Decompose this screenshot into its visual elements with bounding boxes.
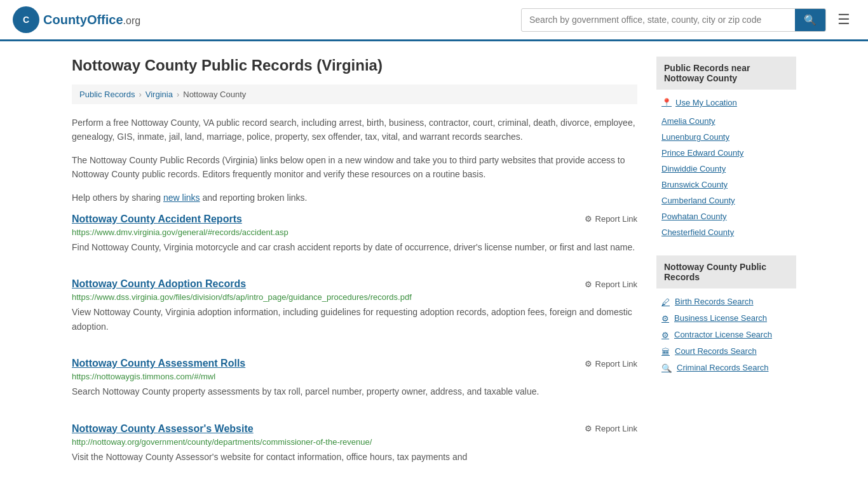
public-record-link[interactable]: 🔍Criminal Records Search (656, 360, 796, 376)
record-link-label: Contractor License Search (674, 330, 772, 339)
record-link-icon: ⚙ (661, 330, 669, 340)
public-record-link[interactable]: ⚙Contractor License Search (656, 327, 796, 343)
record-description: View Nottoway County, Virginia adoption … (72, 305, 637, 334)
public-records-section: Nottoway County Public Records 🖊Birth Re… (656, 255, 796, 376)
report-link-label: Report Link (595, 359, 637, 369)
description-1: Perform a free Nottoway County, VA publi… (72, 116, 637, 144)
report-link-label: Report Link (595, 214, 637, 224)
content-area: Nottoway County Public Records (Virginia… (72, 57, 637, 488)
main-container: Nottoway County Public Records (Virginia… (59, 41, 809, 488)
use-my-location-link[interactable]: 📍 Use My Location (656, 95, 796, 111)
record-description: Visit the Nottoway County Assessor's web… (72, 450, 637, 464)
nearby-title: Public Records near Nottoway County (656, 57, 796, 90)
public-record-link[interactable]: 🖊Birth Records Search (656, 294, 796, 310)
logo-suffix: .org (123, 15, 141, 26)
report-link[interactable]: ⚙ Report Link (585, 214, 637, 224)
nearby-county-link[interactable]: Powhatan County (656, 208, 796, 224)
report-link-icon: ⚙ (585, 359, 592, 369)
record-header: Nottoway County Assessment Rolls ⚙ Repor… (72, 358, 637, 369)
record-header: Nottoway County Assessor's Website ⚙ Rep… (72, 423, 637, 435)
report-link-icon: ⚙ (585, 280, 592, 289)
record-item: Nottoway County Adoption Records ⚙ Repor… (72, 278, 637, 340)
record-description: Search Nottoway County property assessme… (72, 384, 637, 398)
page-title: Nottoway County Public Records (Virginia… (72, 57, 637, 74)
record-header: Nottoway County Adoption Records ⚙ Repor… (72, 278, 637, 290)
report-link-label: Report Link (595, 424, 637, 433)
new-links-link[interactable]: new links (163, 193, 200, 203)
breadcrumb: Public Records › Virginia › Nottoway Cou… (72, 85, 637, 104)
record-url[interactable]: https://www.dss.virginia.gov/files/divis… (72, 292, 637, 302)
search-bar: 🔍 (521, 8, 826, 32)
records-container: Nottoway County Accident Reports ⚙ Repor… (72, 214, 637, 470)
site-header: C CountyOffice.org 🔍 ☰ (0, 0, 868, 41)
report-link[interactable]: ⚙ Report Link (585, 359, 637, 369)
record-link-icon: 🖊 (661, 297, 670, 307)
record-link-label: Business License Search (674, 313, 767, 323)
record-link-label: Criminal Records Search (677, 363, 769, 372)
report-link[interactable]: ⚙ Report Link (585, 280, 637, 289)
search-button[interactable]: 🔍 (795, 9, 825, 31)
record-title[interactable]: Nottoway County Accident Reports (72, 214, 242, 225)
record-title[interactable]: Nottoway County Adoption Records (72, 278, 246, 290)
nearby-county-link[interactable]: Cumberland County (656, 193, 796, 208)
report-link-icon: ⚙ (585, 214, 592, 224)
breadcrumb-sep-2: › (177, 90, 179, 99)
logo-area: C CountyOffice.org (13, 6, 140, 33)
nearby-county-link[interactable]: Prince Edward County (656, 145, 796, 161)
search-input[interactable] (522, 10, 795, 30)
public-records-title: Nottoway County Public Records (656, 255, 796, 288)
sidebar: Public Records near Nottoway County 📍 Us… (656, 57, 796, 488)
nearby-county-link[interactable]: Brunswick County (656, 177, 796, 193)
use-my-location-label: Use My Location (675, 98, 737, 107)
nearby-county-link[interactable]: Dinwiddie County (656, 161, 796, 177)
record-url[interactable]: http://nottoway.org/government/county/de… (72, 437, 637, 447)
record-title[interactable]: Nottoway County Assessor's Website (72, 423, 254, 435)
nearby-county-link[interactable]: Amelia County (656, 113, 796, 129)
breadcrumb-nottoway: Nottoway County (183, 90, 246, 99)
record-item: Nottoway County Assessor's Website ⚙ Rep… (72, 423, 637, 470)
record-item: Nottoway County Accident Reports ⚙ Repor… (72, 214, 637, 261)
logo-icon: C (13, 6, 39, 33)
svg-text:C: C (23, 15, 29, 25)
record-description: Find Nottoway County, Virginia motorcycl… (72, 240, 637, 254)
record-link-label: Court Records Search (675, 346, 757, 356)
nearby-county-link[interactable]: Chesterfield County (656, 224, 796, 240)
public-record-link[interactable]: 🏛Court Records Search (656, 343, 796, 360)
logo-name: CountyOffice (43, 13, 123, 27)
public-records-links: 🖊Birth Records Search⚙Business License S… (656, 294, 796, 376)
record-link-label: Birth Records Search (675, 297, 754, 306)
description-3-post: and reporting broken links. (200, 193, 308, 203)
breadcrumb-sep-1: › (139, 90, 141, 99)
nearby-counties-list: Amelia CountyLunenburg CountyPrince Edwa… (656, 113, 796, 240)
nearby-section: Public Records near Nottoway County 📍 Us… (656, 57, 796, 240)
record-link-icon: 🔍 (661, 363, 672, 373)
breadcrumb-virginia[interactable]: Virginia (146, 90, 173, 99)
description-2: The Nottoway County Public Records (Virg… (72, 153, 637, 182)
record-title[interactable]: Nottoway County Assessment Rolls (72, 358, 245, 369)
record-url[interactable]: https://nottowaygis.timmons.com/#/mwl (72, 372, 637, 381)
report-link[interactable]: ⚙ Report Link (585, 424, 637, 433)
report-link-icon: ⚙ (585, 424, 592, 433)
description-3-pre: Help others by sharing (72, 193, 163, 203)
logo-text: CountyOffice.org (43, 13, 140, 27)
record-link-icon: 🏛 (661, 347, 670, 356)
description-3: Help others by sharing new links and rep… (72, 191, 637, 205)
public-record-link[interactable]: ⚙Business License Search (656, 310, 796, 327)
record-url[interactable]: https://www.dmv.virginia.gov/general/#re… (72, 227, 637, 237)
menu-icon[interactable]: ☰ (832, 9, 855, 30)
header-right: 🔍 ☰ (521, 8, 855, 32)
nearby-county-link[interactable]: Lunenburg County (656, 129, 796, 145)
report-link-label: Report Link (595, 280, 637, 289)
location-icon: 📍 (661, 98, 672, 107)
record-header: Nottoway County Accident Reports ⚙ Repor… (72, 214, 637, 225)
record-link-icon: ⚙ (661, 314, 669, 323)
breadcrumb-public-records[interactable]: Public Records (79, 90, 135, 99)
record-item: Nottoway County Assessment Rolls ⚙ Repor… (72, 358, 637, 405)
